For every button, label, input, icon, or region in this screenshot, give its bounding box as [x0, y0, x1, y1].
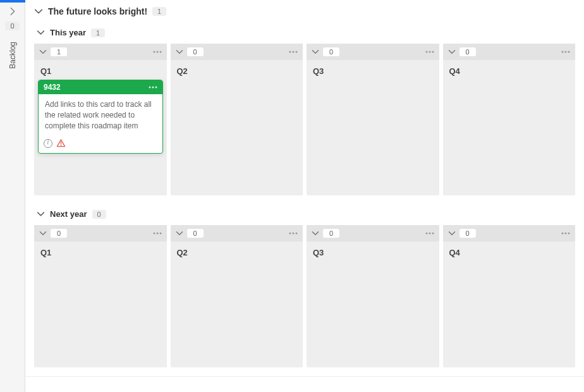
column-menu-button[interactable] — [289, 232, 298, 235]
svg-point-28 — [568, 233, 570, 235]
column-body[interactable] — [307, 261, 439, 367]
column-q1: 1 Q1 9432 — [34, 44, 167, 195]
column-header: 1 — [34, 44, 167, 60]
kebab-icon — [561, 232, 570, 235]
column-collapse-toggle[interactable] — [176, 48, 183, 56]
svg-point-21 — [293, 233, 295, 235]
column-body[interactable] — [171, 80, 303, 195]
column-q3: 0 Q3 — [307, 44, 439, 195]
column-collapse-toggle[interactable] — [312, 230, 319, 237]
column-menu-button[interactable] — [289, 51, 298, 53]
column-body[interactable]: 9432 Add links to this card to track all… — [34, 80, 167, 195]
column-header: 0 — [307, 44, 439, 60]
column-title: Q1 — [34, 242, 167, 261]
board-collapse-toggle[interactable] — [34, 7, 43, 16]
column-q4: 0 Q4 — [443, 44, 576, 195]
column-body[interactable] — [443, 80, 576, 195]
column-header: 0 — [171, 225, 303, 242]
column-body[interactable] — [34, 261, 167, 367]
column-count-badge: 0 — [459, 47, 476, 56]
column-menu-button[interactable] — [561, 232, 570, 235]
column-title: Q3 — [307, 242, 439, 261]
svg-point-12 — [429, 51, 430, 53]
warning-icon[interactable] — [56, 138, 66, 148]
roadmap-card[interactable]: 9432 Add links to this card to track all… — [38, 80, 163, 154]
chevron-down-icon — [448, 48, 456, 56]
column-title: Q4 — [443, 60, 576, 80]
column-body[interactable] — [307, 80, 439, 195]
column-count-badge: 0 — [323, 229, 339, 238]
column-count-badge: 0 — [187, 229, 204, 238]
column-header: 0 — [443, 44, 576, 60]
kebab-icon — [425, 232, 434, 235]
column-count-badge: 1 — [51, 47, 67, 56]
swimlane-title: Next year — [50, 209, 87, 219]
column-header: 0 — [34, 225, 167, 242]
svg-point-22 — [296, 233, 298, 235]
svg-point-3 — [149, 87, 150, 89]
svg-point-19 — [159, 233, 161, 235]
column-collapse-toggle[interactable] — [176, 230, 183, 237]
card-text: Add links to this card to track all the … — [39, 94, 162, 136]
svg-point-17 — [153, 233, 155, 235]
svg-point-8 — [289, 51, 291, 53]
column-body[interactable] — [171, 261, 303, 367]
swimlane-collapse-toggle[interactable] — [37, 28, 45, 37]
swimlane-collapse-toggle[interactable] — [37, 210, 45, 218]
swimlane-count-badge: 1 — [91, 28, 105, 37]
kebab-icon — [149, 86, 157, 89]
board-title: The future looks bright! — [48, 6, 147, 16]
chevron-right-icon — [8, 7, 17, 16]
column-menu-button[interactable] — [561, 51, 570, 53]
svg-point-1 — [156, 51, 158, 53]
svg-point-2 — [159, 51, 161, 53]
svg-point-5 — [155, 87, 157, 89]
column-q1: 0 Q1 — [34, 225, 167, 367]
column-collapse-toggle[interactable] — [312, 48, 319, 56]
column-menu-button[interactable] — [153, 232, 162, 235]
column-menu-button[interactable] — [425, 51, 434, 53]
columns-row: 0 Q1 0 — [34, 225, 575, 367]
svg-point-4 — [152, 87, 154, 89]
column-count-badge: 0 — [323, 47, 339, 56]
svg-point-7 — [61, 145, 62, 146]
svg-point-11 — [425, 51, 427, 53]
chevron-down-icon — [39, 48, 47, 56]
chevron-down-icon — [176, 230, 183, 237]
card-menu-button[interactable] — [149, 86, 157, 89]
card-id: 9432 — [44, 83, 61, 92]
backlog-label: Backlog — [8, 42, 17, 69]
sidebar-expand-button[interactable] — [0, 3, 25, 20]
column-menu-button[interactable] — [425, 232, 434, 235]
column-header: 0 — [307, 225, 439, 242]
column-collapse-toggle[interactable] — [448, 48, 456, 56]
svg-point-18 — [156, 233, 158, 235]
svg-point-15 — [565, 51, 567, 53]
column-title: Q3 — [307, 60, 439, 80]
svg-point-23 — [425, 233, 427, 235]
column-menu-button[interactable] — [153, 51, 162, 53]
board-main: The future looks bright! 1 This year 1 — [25, 0, 584, 392]
kebab-icon — [289, 232, 298, 235]
column-collapse-toggle[interactable] — [39, 230, 47, 237]
kebab-icon — [153, 51, 162, 53]
column-title: Q1 — [34, 60, 167, 80]
column-q2: 0 Q2 — [171, 44, 303, 195]
svg-point-25 — [432, 233, 434, 235]
backlog-count-badge: 0 — [5, 21, 19, 30]
kebab-icon — [425, 51, 434, 53]
chevron-down-icon — [37, 210, 45, 218]
board-section: The future looks bright! 1 This year 1 — [25, 0, 584, 377]
card-header: 9432 — [39, 80, 162, 94]
board-count-badge: 1 — [152, 7, 166, 16]
column-collapse-toggle[interactable] — [448, 230, 456, 237]
svg-point-26 — [562, 233, 564, 235]
chevron-down-icon — [448, 230, 456, 237]
column-header: 0 — [443, 225, 576, 242]
column-body[interactable] — [443, 261, 576, 367]
svg-point-27 — [565, 233, 567, 235]
column-collapse-toggle[interactable] — [39, 48, 47, 56]
svg-point-0 — [153, 51, 155, 53]
svg-point-9 — [293, 51, 295, 53]
info-icon[interactable] — [44, 139, 52, 148]
